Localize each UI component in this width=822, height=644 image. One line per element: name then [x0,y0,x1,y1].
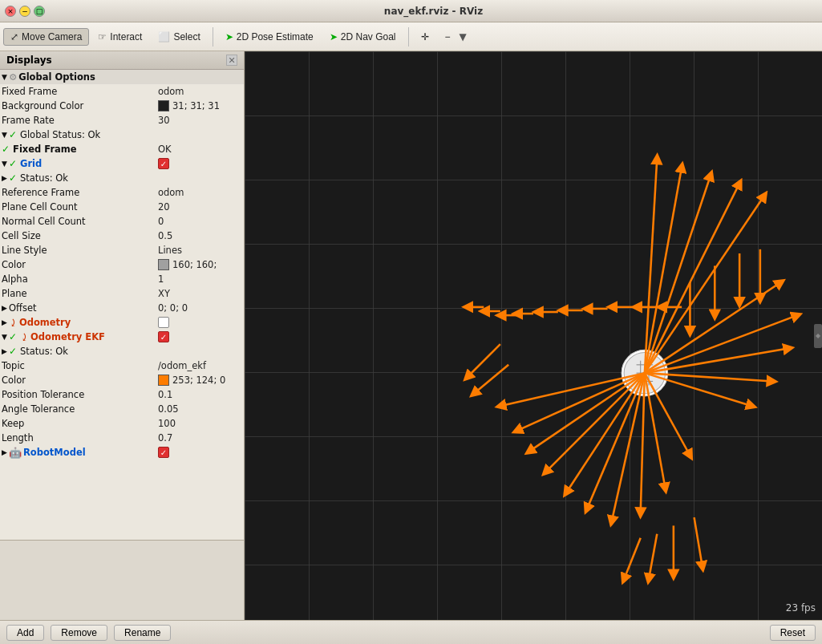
cell-size-row[interactable]: Cell Size 0.5 [0,229,244,243]
background-color-row[interactable]: Background Color 31; 31; 31 [0,99,244,113]
robot-model-label: RobotModel [23,447,86,458]
reference-frame-label: Reference Frame [2,187,158,198]
gear-icon: ⚙ [9,71,17,83]
interact-icon: ☞ [98,31,107,43]
ekf-topic-value: /odom_ekf [158,360,242,371]
ekf-status-check: ✓ [9,346,17,357]
background-color-swatch [158,100,169,111]
grid-color-row[interactable]: Color 160; 160; [0,257,244,272]
normal-cell-count-row[interactable]: Normal Cell Count 0 [0,214,244,229]
svg-line-15 [645,348,789,373]
status-fixed-frame-value: OK [158,144,242,155]
position-tolerance-row[interactable]: Position Tolerance 0.1 [0,387,244,402]
ekf-status-row[interactable]: ▶ ✓ Status: Ok [0,344,244,358]
ekf-color-row[interactable]: Color 253; 124; 0 [0,373,244,387]
ekf-topic-label: Topic [2,360,158,371]
remove-button[interactable]: Remove [51,625,107,641]
odometry-ekf-arrow: ▼ [2,333,7,341]
global-status-row[interactable]: ▼ ✓ Global Status: Ok [0,128,244,142]
keep-row[interactable]: Keep 100 [0,416,244,431]
robot-model-checkbox[interactable]: ✓ [158,447,169,458]
odometry-ekf-row[interactable]: ▼ ✓ ⤸ Odometry EKF ✓ [0,330,244,344]
main-layout: Displays ✕ ▼ ⚙ Global Options Fixed Fram… [0,51,822,620]
viewport[interactable]: ◆ 23 fps [245,51,822,620]
select-icon: ⬜ [158,31,170,43]
status-fixed-frame-row[interactable]: ✓ Fixed Frame OK [0,142,244,156]
position-tolerance-label: Position Tolerance [2,389,158,400]
panel-resize-handle[interactable]: ◆ [814,324,822,348]
minus-button[interactable]: − [438,28,458,46]
svg-line-11 [645,184,739,374]
offset-label: Offset [9,302,37,314]
left-panel: Displays ✕ ▼ ⚙ Global Options Fixed Fram… [0,51,245,620]
status-fixed-frame-label: Fixed Frame [13,144,77,155]
offset-row[interactable]: ▶ Offset 0; 0; 0 [0,301,244,315]
toolbar-extra: ▼ [460,31,467,43]
offset-value: 0; 0; 0 [158,302,242,314]
ekf-topic-row[interactable]: Topic /odom_ekf [0,358,244,373]
alpha-value: 1 [158,273,242,285]
grid-checkbox[interactable]: ✓ [158,158,169,169]
svg-line-14 [645,315,797,373]
ekf-color-label: Color [2,375,158,386]
frame-rate-value: 30 [158,115,242,126]
svg-line-45 [649,534,657,580]
global-status-check: ✓ [9,129,17,140]
svg-line-43 [474,365,508,394]
global-status-arrow: ▼ [2,131,7,139]
odometry-ekf-checkbox[interactable]: ✓ [158,331,169,342]
grid-color-label: Color [2,259,158,270]
odometry-row[interactable]: ▶ ⤸ Odometry [0,315,244,330]
pose-estimate-button[interactable]: ➤ 2D Pose Estimate [218,28,321,46]
ekf-color-value: 253; 124; 0 [158,375,242,386]
background-color-label: Background Color [2,100,158,111]
pose-estimate-icon: ➤ [225,31,233,43]
grid-color-value: 160; 160; [158,259,242,270]
fixed-frame-value: odom [158,86,242,97]
plane-cell-count-row[interactable]: Plane Cell Count 20 [0,200,244,214]
fixed-frame-row[interactable]: Fixed Frame odom [0,84,244,99]
reset-button[interactable]: Reset [770,625,816,641]
robot-model-icon: 🤖 [9,447,22,459]
move-camera-button[interactable]: ⤢ Move Camera [3,28,89,46]
reference-frame-row[interactable]: Reference Frame odom [0,185,244,200]
grid-row[interactable]: ▼ ✓ Grid ✓ [0,156,244,171]
titlebar: × − □ nav_ekf.rviz - RViz [0,0,822,22]
interact-button[interactable]: ☞ Interact [91,28,149,46]
move-camera-icon: ⤢ [10,31,18,43]
panel-close-button[interactable]: ✕ [226,55,237,66]
odometry-checkbox[interactable] [158,317,169,328]
plane-row[interactable]: Plane XY [0,286,244,301]
normal-cell-count-value: 0 [158,216,242,227]
select-button[interactable]: ⬜ Select [151,28,207,46]
svg-line-42 [468,344,500,377]
ekf-color-swatch [158,375,169,386]
close-button[interactable]: × [5,6,16,17]
odometry-label: Odometry [19,317,71,328]
odometry-nav-icon: ⤸ [9,317,18,329]
global-status-label: Global Status: Ok [20,129,100,140]
angle-tolerance-row[interactable]: Angle Tolerance 0.05 [0,402,244,416]
robot-model-row[interactable]: ▶ 🤖 RobotModel ✓ [0,445,244,460]
window-controls: × − □ [5,6,45,17]
length-row[interactable]: Length 0.7 [0,431,244,445]
global-options-arrow: ▼ [2,73,7,81]
grid-status-check: ✓ [9,172,17,184]
add-button[interactable]: Add [6,625,44,641]
maximize-button[interactable]: □ [34,6,45,17]
svg-line-27 [500,373,645,406]
line-style-row[interactable]: Line Style Lines [0,243,244,257]
alpha-row[interactable]: Alpha 1 [0,272,244,286]
global-options-row[interactable]: ▼ ⚙ Global Options [0,70,244,84]
plane-label: Plane [2,288,158,299]
grid-color-swatch [158,259,169,270]
minimize-button[interactable]: − [19,6,30,17]
nav-goal-button[interactable]: ➤ 2D Nav Goal [322,28,403,46]
plus-button[interactable]: ✛ [414,28,436,46]
grid-status-row[interactable]: ▶ ✓ Status: Ok [0,171,244,185]
frame-rate-row[interactable]: Frame Rate 30 [0,113,244,128]
reference-frame-value: odom [158,187,242,198]
rename-button[interactable]: Rename [114,625,171,641]
length-label: Length [2,432,158,444]
global-options-label: Global Options [18,71,95,83]
